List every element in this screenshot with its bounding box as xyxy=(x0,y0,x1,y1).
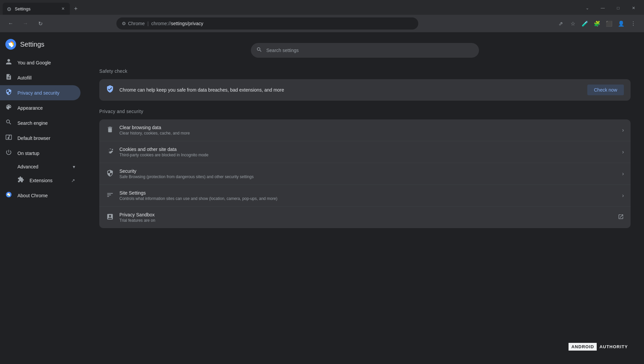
cookies-title: Cookies and other site data xyxy=(119,147,617,152)
security-arrow-icon: › xyxy=(622,171,624,177)
clear-browsing-data-content: Clear browsing data Clear history, cooki… xyxy=(119,125,617,136)
security-subtitle: Safe Browsing (protection from dangerous… xyxy=(119,174,617,179)
safety-check-card: Chrome can help keep you safe from data … xyxy=(99,79,631,101)
chrome-labs-button[interactable]: 🧪 xyxy=(580,18,590,29)
privacy-sandbox-row[interactable]: Privacy Sandbox Trial features are on xyxy=(99,207,631,228)
search-engine-icon xyxy=(5,119,12,127)
sidebar-label-you-and-google: You and Google xyxy=(17,60,51,65)
default-browser-icon xyxy=(5,134,12,142)
search-bar-icon xyxy=(256,47,262,54)
refresh-button[interactable]: ↻ xyxy=(35,18,46,29)
privacy-sandbox-external-icon xyxy=(618,214,624,221)
back-button[interactable]: ← xyxy=(5,18,16,29)
cookies-content: Cookies and other site data Third-party … xyxy=(119,147,617,157)
chrome-indicator: ⚙ Chrome | chrome://settings/privacy xyxy=(122,21,203,26)
sidebar-item-search-engine[interactable]: Search engine xyxy=(0,115,80,131)
privacy-settings-list: Clear browsing data Clear history, cooki… xyxy=(99,119,631,228)
sidebar-item-on-startup[interactable]: On startup xyxy=(0,146,80,161)
profile-button[interactable]: 👤 xyxy=(616,18,627,29)
watermark-android: ANDROID xyxy=(569,343,597,351)
address-url: chrome://settings/privacy xyxy=(151,21,203,26)
site-settings-icon xyxy=(106,191,114,200)
sidebar-item-autofill[interactable]: Autofill xyxy=(0,70,80,85)
sidebar-header: Settings xyxy=(0,36,86,55)
sidebar-label-advanced: Advanced xyxy=(17,164,38,169)
sidebar-label-appearance: Appearance xyxy=(17,105,43,111)
sidebar-item-extensions[interactable]: Extensions ↗ xyxy=(0,173,80,188)
window-maximize-button[interactable]: □ xyxy=(610,3,626,13)
bookmark-button[interactable]: ☆ xyxy=(568,18,578,29)
appearance-icon xyxy=(5,104,12,112)
url-scheme: chrome:// xyxy=(151,21,171,26)
chrome-logo xyxy=(5,39,16,50)
main-panel: Safety check Chrome can help keep you sa… xyxy=(86,32,644,364)
privacy-sandbox-subtitle: Trial features are on xyxy=(119,218,612,223)
trash-icon xyxy=(106,126,114,135)
clear-browsing-data-arrow-icon: › xyxy=(622,127,624,133)
privacy-section-title: Privacy and security xyxy=(99,109,631,114)
sidebar-item-you-and-google[interactable]: You and Google xyxy=(0,55,80,70)
chrome-label: Chrome xyxy=(128,21,145,26)
security-icon xyxy=(106,169,114,178)
sidebar-item-default-browser[interactable]: Default browser xyxy=(0,131,80,146)
cookies-subtitle: Third-party cookies are blocked in Incog… xyxy=(119,153,617,157)
svg-point-5 xyxy=(8,194,10,196)
search-bar[interactable] xyxy=(251,43,479,58)
extensions-button[interactable]: 🧩 xyxy=(592,18,602,29)
window-minimize-button[interactable]: — xyxy=(595,3,610,13)
forward-button[interactable]: → xyxy=(20,18,31,29)
clear-browsing-data-row[interactable]: Clear browsing data Clear history, cooki… xyxy=(99,119,631,141)
advanced-chevron-icon: ▾ xyxy=(73,164,75,169)
address-bar: ← → ↻ ⚙ Chrome | chrome://settings/priva… xyxy=(0,15,644,32)
privacy-sandbox-title: Privacy Sandbox xyxy=(119,212,612,217)
cookies-icon xyxy=(106,148,114,157)
new-tab-button[interactable]: + xyxy=(71,4,80,13)
search-input[interactable] xyxy=(266,48,474,53)
clear-browsing-data-title: Clear browsing data xyxy=(119,125,617,130)
window-dropdown-button[interactable]: ⌄ xyxy=(580,3,595,13)
active-tab[interactable]: ⚙ Settings ✕ xyxy=(3,3,70,15)
site-settings-title: Site Settings xyxy=(119,190,617,196)
sidebar-item-privacy-and-security[interactable]: Privacy and security xyxy=(0,85,80,100)
cookies-arrow-icon: › xyxy=(622,149,624,155)
sidebar-label-privacy: Privacy and security xyxy=(17,90,59,96)
safety-shield-icon xyxy=(106,85,114,95)
sidebar-item-appearance[interactable]: Appearance xyxy=(0,100,80,115)
tab-favicon: ⚙ xyxy=(7,6,12,11)
person-icon xyxy=(5,58,12,67)
security-content: Security Safe Browsing (protection from … xyxy=(119,168,617,179)
tab-title: Settings xyxy=(15,6,58,11)
site-settings-row[interactable]: Site Settings Controls what information … xyxy=(99,185,631,207)
window-close-button[interactable]: ✕ xyxy=(626,3,641,13)
security-row[interactable]: Security Safe Browsing (protection from … xyxy=(99,163,631,185)
security-title: Security xyxy=(119,168,617,174)
autofill-icon xyxy=(5,73,12,82)
share-button[interactable]: ⇗ xyxy=(555,18,566,29)
sidebar-label-extensions: Extensions xyxy=(30,178,52,183)
check-now-button[interactable]: Check now xyxy=(587,85,624,95)
toolbar-actions: ⇗ ☆ 🧪 🧩 ⬛ 👤 ⋮ xyxy=(555,18,639,29)
browser-frame: ⚙ Settings ✕ + ⌄ — □ ✕ ← → ↻ ⚙ Chrome | … xyxy=(0,0,644,364)
chrome-secure-icon: ⚙ xyxy=(122,21,126,26)
extensions-external-icon: ↗ xyxy=(71,178,75,183)
sidebar-item-about-chrome[interactable]: About Chrome xyxy=(0,188,80,203)
address-input-wrapper[interactable]: ⚙ Chrome | chrome://settings/privacy xyxy=(116,17,418,30)
sidebar: Settings You and Google Autofill Priv xyxy=(0,32,86,364)
window-controls: ⌄ — □ ✕ xyxy=(580,3,641,13)
content-area: Settings You and Google Autofill Priv xyxy=(0,32,644,364)
extensions-sidebar-icon xyxy=(17,176,24,185)
tab-close-button[interactable]: ✕ xyxy=(60,6,66,11)
clear-browsing-data-subtitle: Clear history, cookies, cache, and more xyxy=(119,131,617,136)
url-path: settings/privacy xyxy=(171,21,203,26)
sidebar-label-on-startup: On startup xyxy=(17,151,39,156)
sidebar-label-default-browser: Default browser xyxy=(17,136,50,141)
sidebar-label-about-chrome: About Chrome xyxy=(17,193,48,198)
cookies-row[interactable]: Cookies and other site data Third-party … xyxy=(99,141,631,163)
sidebar-title: Settings xyxy=(20,41,44,48)
svg-point-2 xyxy=(9,43,13,46)
sidebar-button[interactable]: ⬛ xyxy=(604,18,614,29)
sidebar-item-advanced[interactable]: Advanced ▾ xyxy=(0,161,80,173)
shield-icon xyxy=(5,89,12,97)
menu-button[interactable]: ⋮ xyxy=(628,18,639,29)
site-settings-content: Site Settings Controls what information … xyxy=(119,190,617,201)
